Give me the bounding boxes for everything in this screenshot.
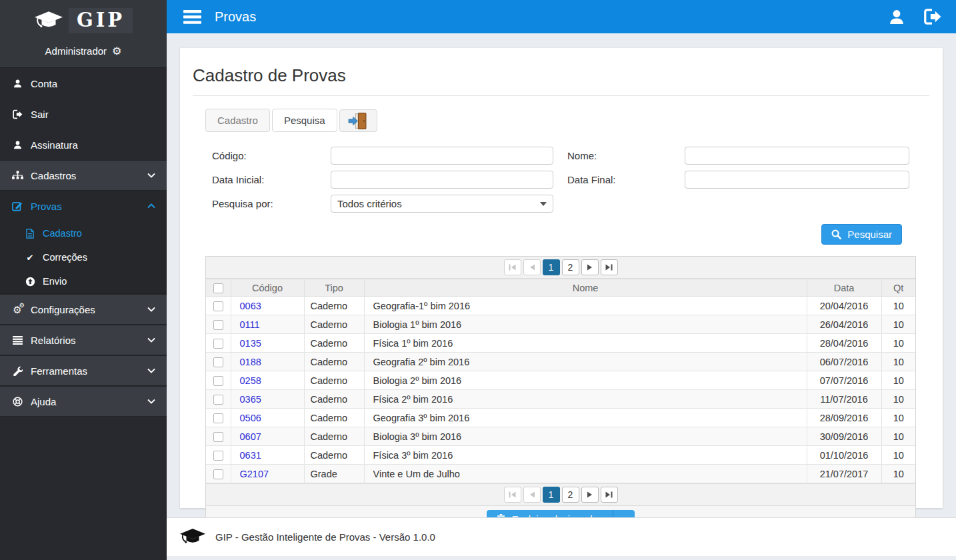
row-checkbox[interactable]: [213, 395, 223, 405]
sidebar-item-label: Envio: [43, 276, 67, 287]
sidebar-item-cadastros[interactable]: Cadastros: [0, 160, 167, 191]
row-checkbox[interactable]: [213, 432, 223, 442]
row-checkbox[interactable]: [213, 357, 223, 367]
row-checkbox[interactable]: [213, 413, 223, 423]
pagination-bottom: 1 2: [206, 483, 915, 505]
row-checkbox[interactable]: [213, 451, 223, 461]
row-checkbox[interactable]: [213, 469, 223, 479]
data-cell: 26/04/2016: [807, 315, 881, 334]
next-page-button[interactable]: [581, 487, 599, 503]
sidebar-subitem-envio[interactable]: Envio: [0, 269, 167, 293]
data-inicial-input[interactable]: [331, 171, 553, 189]
nome-cell: Física 3º bim 2016: [364, 446, 807, 465]
footer: GIP - Gestão Inteligente de Provas - Ver…: [167, 517, 956, 556]
chevron-down-icon: [147, 399, 155, 404]
page-1-button[interactable]: 1: [543, 259, 560, 275]
nome-label: Nome:: [567, 150, 685, 161]
data-final-label: Data Final:: [567, 174, 685, 185]
excluir-dropdown-button[interactable]: [613, 510, 635, 517]
user-icon[interactable]: [889, 9, 905, 25]
sidebar-item-sair[interactable]: Sair: [0, 99, 167, 129]
data-cell: 11/07/2016: [807, 390, 881, 409]
nome-input[interactable]: [685, 147, 909, 165]
first-page-button[interactable]: [504, 487, 521, 503]
tipo-cell: Caderno: [304, 297, 364, 315]
codigo-link[interactable]: 0607: [240, 431, 261, 442]
admin-role-label: Administrador: [45, 45, 107, 57]
codigo-input[interactable]: [331, 147, 553, 165]
page-2-button[interactable]: 2: [562, 259, 579, 275]
sidebar-item-provas[interactable]: Provas: [0, 191, 167, 221]
last-page-button[interactable]: [601, 259, 618, 275]
sidebar-subitem-cadastro[interactable]: Cadastro: [0, 221, 167, 245]
logout-icon[interactable]: [923, 8, 941, 25]
row-checkbox[interactable]: [213, 320, 223, 330]
tab-pesquisa[interactable]: Pesquisa: [272, 109, 337, 132]
sidebar-item-label: Ajuda: [31, 396, 56, 407]
chevron-down-icon: [147, 368, 155, 373]
codigo-link[interactable]: 0111: [240, 319, 260, 330]
qt-cell: 10: [881, 409, 915, 427]
results-table-box: 1 2 Código Tipo Nome Data: [205, 256, 916, 517]
table-row: 0506 Caderno Geografia 3º bim 2016 28/09…: [206, 409, 915, 427]
sidebar-item-label: Conta: [31, 78, 57, 89]
codigo-link[interactable]: 0063: [240, 301, 261, 311]
excluir-selecionados-button[interactable]: Excluir selecionados: [487, 510, 613, 517]
brand-logo[interactable]: GIP: [0, 5, 167, 39]
sidebar-item-label: Cadastro: [43, 228, 82, 239]
data-cell: 06/07/2016: [807, 353, 881, 371]
qt-cell: 10: [881, 427, 915, 446]
codigo-link[interactable]: 0188: [240, 357, 261, 367]
nome-cell: Geografia 3º bim 2016: [364, 409, 807, 427]
sidebar-item-ferramentas[interactable]: Ferramentas: [0, 355, 167, 386]
codigo-link[interactable]: 0506: [240, 413, 261, 423]
next-page-button[interactable]: [581, 259, 599, 275]
qt-cell: 10: [881, 315, 915, 334]
codigo-link[interactable]: 0365: [240, 394, 261, 405]
sidebar-item-configuracoes[interactable]: ⚙⚙ Configurações: [0, 294, 167, 325]
sidebar-item-assinatura[interactable]: Assinatura: [0, 129, 167, 160]
admin-role-row: Administrador ⚙: [0, 39, 167, 67]
codigo-link[interactable]: 0258: [240, 375, 261, 386]
row-checkbox[interactable]: [213, 301, 223, 311]
select-all-checkbox[interactable]: [213, 283, 223, 293]
data-inicial-label: Data Inicial:: [212, 174, 331, 185]
data-final-input[interactable]: [685, 171, 909, 189]
menu-toggle-button[interactable]: [183, 10, 201, 24]
tab-bar: Cadastro Pesquisa: [205, 109, 929, 132]
page-2-button[interactable]: 2: [562, 487, 579, 503]
gear-icon[interactable]: ⚙: [112, 46, 121, 57]
pesquisa-por-select[interactable]: Todos critérios: [331, 195, 553, 213]
sidebar-subitem-correcoes[interactable]: ✔ Correções: [0, 245, 167, 269]
first-page-button[interactable]: [504, 259, 521, 275]
codigo-link[interactable]: 0631: [240, 450, 261, 461]
row-checkbox[interactable]: [213, 339, 223, 349]
prev-page-button[interactable]: [523, 487, 541, 503]
tipo-cell: Caderno: [304, 353, 364, 371]
codigo-link[interactable]: 0135: [240, 338, 261, 349]
page-1-button[interactable]: 1: [543, 487, 560, 503]
tab-close[interactable]: [339, 109, 377, 132]
pesquisar-button[interactable]: Pesquisar: [821, 224, 902, 245]
sidebar-item-ajuda[interactable]: Ajuda: [0, 386, 167, 417]
topbar-title: Provas: [215, 9, 256, 25]
sidebar-item-conta[interactable]: Conta: [0, 68, 167, 99]
sidebar-item-relatorios[interactable]: Relatórios: [0, 325, 167, 355]
row-checkbox[interactable]: [213, 376, 223, 386]
codigo-link[interactable]: G2107: [240, 469, 269, 479]
data-cell: 28/09/2016: [807, 409, 881, 427]
main-area: Provas Cadastro de Provas Cadastro Pesqu…: [167, 0, 956, 560]
nome-cell: Geografia-1º bim 2016: [364, 297, 807, 315]
header-codigo: Código: [231, 279, 304, 297]
nome-cell: Biologia 2º bim 2016: [364, 371, 807, 390]
table-row: 0365 Caderno Física 2º bim 2016 11/07/20…: [206, 390, 915, 409]
last-page-button[interactable]: [601, 487, 618, 503]
sidebar-item-label: Cadastros: [31, 170, 76, 181]
footer-text: GIP - Gestão Inteligente de Provas - Ver…: [215, 531, 435, 543]
tab-cadastro[interactable]: Cadastro: [205, 109, 270, 132]
sitemap-icon: [11, 171, 23, 180]
qt-cell: 10: [881, 297, 915, 315]
prev-page-button[interactable]: [523, 259, 541, 275]
qt-cell: 10: [881, 353, 915, 371]
sidebar-item-label: Correções: [43, 252, 87, 263]
